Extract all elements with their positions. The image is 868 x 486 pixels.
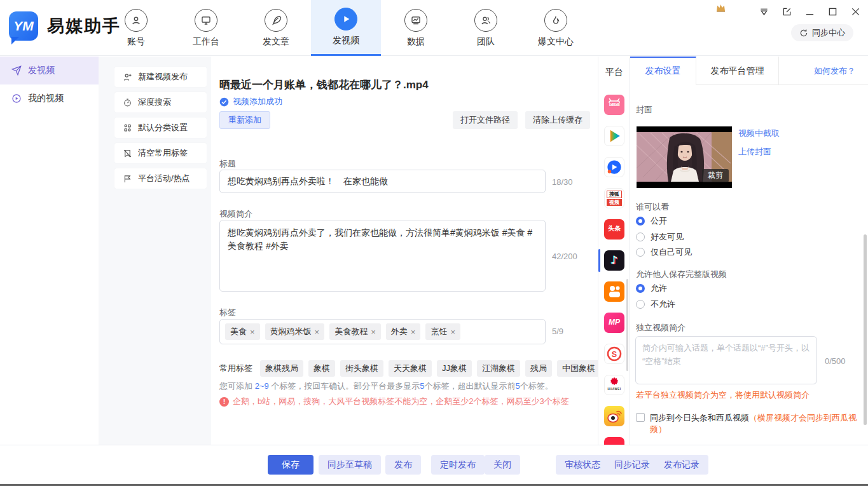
save-button[interactable]: 保存 xyxy=(268,455,313,475)
common-tag-chip[interactable]: 天天象棋 xyxy=(389,360,432,377)
tab-platform-manage[interactable]: 发布平台管理 xyxy=(696,57,779,85)
default-category-button[interactable]: 默认分类设置 xyxy=(114,118,207,138)
remove-tag-icon[interactable]: × xyxy=(450,327,455,337)
common-tag-chip[interactable]: 象棋 xyxy=(308,360,335,377)
hint-part: 个标签，超出默认显示前 xyxy=(425,381,516,391)
settings-scrollbar[interactable] xyxy=(864,234,867,425)
platform-icon-kuaishou[interactable] xyxy=(604,281,624,302)
platform-icon-haokan-video[interactable] xyxy=(604,157,624,177)
feedback-icon[interactable] xyxy=(782,6,792,17)
tag-chip: 烹饪× xyxy=(425,323,460,340)
clear-upload-cache-button[interactable]: 清除上传缓存 xyxy=(525,111,590,129)
close-icon[interactable] xyxy=(850,6,860,17)
new-video-publish-button[interactable]: 新建视频发布 xyxy=(114,67,207,87)
radio-self-only[interactable]: 仅自己可见 xyxy=(636,246,692,258)
deep-search-button[interactable]: 深度搜索 xyxy=(114,92,207,112)
platform-icon-dafenghao[interactable]: MP xyxy=(604,313,624,333)
common-tag-chip[interactable]: 江湖象棋 xyxy=(477,360,520,377)
readd-video-button[interactable]: 重新添加 xyxy=(219,111,270,129)
radio-disallow[interactable]: 不允许 xyxy=(636,299,675,310)
logo-icon: YM xyxy=(9,11,38,41)
hint-range: 2~9 xyxy=(255,381,269,391)
grid-icon xyxy=(123,123,132,133)
publish-button[interactable]: 发布 xyxy=(385,455,421,475)
tool-label: 深度搜索 xyxy=(138,97,171,108)
platform-icon-bilibili[interactable]: bilibili xyxy=(604,95,624,115)
common-tag-chip[interactable]: 街头象棋 xyxy=(340,360,383,377)
remove-tag-icon[interactable]: × xyxy=(250,327,255,337)
remove-tag-icon[interactable]: × xyxy=(411,327,416,337)
sidebar-item-label: 发视频 xyxy=(28,65,55,76)
sync-center-label: 同步中心 xyxy=(812,27,845,39)
title-input[interactable] xyxy=(219,170,546,193)
sync-center-button[interactable]: 同步中心 xyxy=(791,24,853,41)
capture-from-video-link[interactable]: 视频中截取 xyxy=(738,128,780,139)
window-controls xyxy=(759,6,860,17)
clear-common-tags-button[interactable]: 清空常用标签 xyxy=(114,143,207,163)
hint-part: 您可添加 xyxy=(219,381,255,391)
tab-publish-settings[interactable]: 发布设置 xyxy=(630,57,696,85)
cover-thumbnail[interactable]: 裁剪 xyxy=(637,126,732,188)
remove-tag-icon[interactable]: × xyxy=(371,327,376,337)
nav-item-account[interactable]: 账号 xyxy=(101,0,171,56)
collapse-to-tray-icon[interactable] xyxy=(759,6,769,17)
upload-status-label: 视频添加成功 xyxy=(233,96,282,107)
platform-icon-weibo[interactable] xyxy=(604,406,624,426)
sync-log-button[interactable]: 同步记录 xyxy=(605,455,659,475)
maximize-icon[interactable] xyxy=(827,6,837,17)
audit-status-button[interactable]: 审核状态 xyxy=(556,455,609,475)
upload-cover-link[interactable]: 上传封面 xyxy=(738,146,771,158)
desc-counter: 42/200 xyxy=(552,252,577,261)
independent-desc-textarea[interactable] xyxy=(635,336,817,384)
common-tag-chip[interactable]: 象棋残局 xyxy=(260,360,303,377)
paper-plane-icon xyxy=(11,65,22,76)
remove-tag-icon[interactable]: × xyxy=(315,327,320,337)
radio-friends-only[interactable]: 好友可见 xyxy=(636,231,684,243)
sync-toutiao-checkbox-row[interactable]: 同步到今日头条和西瓜视频（横屏视频才会同步到西瓜视频） xyxy=(636,412,865,435)
nav-item-publish-article[interactable]: 发文章 xyxy=(241,0,311,56)
platform-icon-xiaohongshu[interactable] xyxy=(604,437,624,445)
pen-icon xyxy=(265,9,287,32)
nav-item-team[interactable]: 团队 xyxy=(451,0,521,56)
common-tag-chip[interactable]: 残局 xyxy=(525,360,552,377)
sidebar-item-publish-video[interactable]: 发视频 xyxy=(0,57,99,84)
radio-allow[interactable]: 允许 xyxy=(636,283,667,294)
tag-label: 外卖 xyxy=(391,326,408,337)
platform-icon-sohu-video[interactable]: 搜狐 视频 xyxy=(604,188,624,208)
vip-crown-icon xyxy=(716,4,726,12)
common-tag-chip[interactable]: JJ象棋 xyxy=(437,360,472,377)
nav-item-hot-center[interactable]: 爆文中心 xyxy=(521,0,591,56)
footer-bar: 保存 同步至草稿 发布 定时发布 关闭 审核状态 同步记录 发布记录 xyxy=(0,445,868,484)
nav-item-data[interactable]: 数据 xyxy=(381,0,451,56)
close-button[interactable]: 关闭 xyxy=(485,455,520,475)
tags-input-box[interactable]: 美食× 黄焖鸡米饭× 美食教程× 外卖× 烹饪× xyxy=(219,319,546,344)
minimize-icon[interactable] xyxy=(804,6,815,17)
open-file-path-button[interactable]: 打开文件路径 xyxy=(453,111,518,129)
crop-badge[interactable]: 裁剪 xyxy=(702,169,729,182)
platform-icon-toutiao[interactable]: 头条 xyxy=(604,219,624,240)
description-textarea[interactable]: 想吃黄焖鸡别再点外卖了，我们在家也能做，方法很简单#黄焖鸡米饭 #美食 #美食教… xyxy=(219,220,546,292)
platform-activity-button[interactable]: 平台活动/热点 xyxy=(114,168,207,189)
nav-label: 发文章 xyxy=(263,36,289,48)
platform-icon-tencent-video[interactable] xyxy=(604,126,624,146)
team-icon xyxy=(474,9,497,32)
sync-to-draft-button[interactable]: 同步至草稿 xyxy=(319,455,381,475)
publish-log-button[interactable]: 发布记录 xyxy=(655,455,708,475)
how-to-publish-link[interactable]: 如何发布？ xyxy=(814,65,855,77)
common-tag-chip[interactable]: 中国象棋 xyxy=(557,360,600,377)
nav-label: 爆文中心 xyxy=(538,36,574,48)
platform-icon-sogou[interactable]: S xyxy=(604,344,624,364)
visibility-label: 谁可以看 xyxy=(636,201,669,213)
nav-item-publish-video[interactable]: 发视频 xyxy=(311,0,381,56)
common-tags-label: 常用标签 xyxy=(219,363,252,374)
sidebar-item-my-videos[interactable]: 我的视频 xyxy=(0,84,99,112)
checkbox-unchecked-icon[interactable] xyxy=(636,413,645,422)
platform-icon-huawei[interactable]: HUAWEI xyxy=(604,375,624,395)
platform-icon-douyin[interactable]: ♪ xyxy=(604,250,624,271)
hint-part: 个标签。 xyxy=(520,381,553,391)
tools-panel: 新建视频发布 深度搜索 默认分类设置 清空常用标签 平台活动/热点 xyxy=(99,57,211,445)
radio-public[interactable]: 公开 xyxy=(636,215,667,227)
platform-scrollbar[interactable] xyxy=(626,279,628,371)
nav-item-workbench[interactable]: 工作台 xyxy=(171,0,241,56)
schedule-publish-button[interactable]: 定时发布 xyxy=(431,455,485,475)
